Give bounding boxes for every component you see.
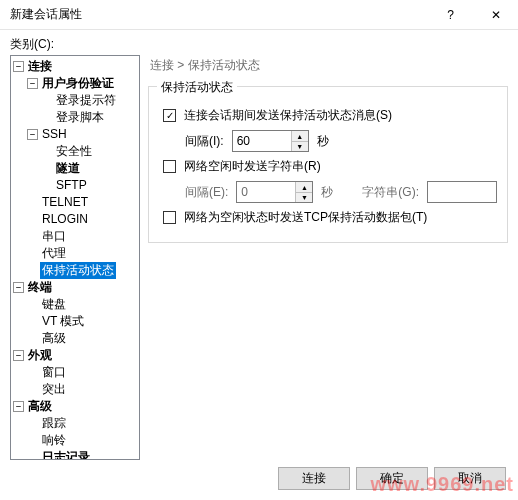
category-tree[interactable]: −连接 −用户身份验证 登录提示符 登录脚本 −SSH 安全性: [10, 55, 140, 460]
interval-i-spinner[interactable]: ▲▼: [232, 130, 309, 152]
tree-connection[interactable]: 连接: [26, 58, 54, 75]
tree-trace[interactable]: 跟踪: [40, 415, 68, 432]
cancel-button[interactable]: 取消: [434, 467, 506, 490]
category-label: 类别(C):: [10, 36, 508, 53]
tree-logon-script[interactable]: 登录脚本: [54, 109, 106, 126]
tcp-label: 网络为空闲状态时发送TCP保持活动数据包(T): [184, 209, 427, 226]
tree-terminal[interactable]: 终端: [26, 279, 54, 296]
tree-tunnel[interactable]: 隧道: [54, 160, 82, 177]
collapse-icon[interactable]: −: [13, 401, 24, 412]
collapse-icon[interactable]: −: [13, 282, 24, 293]
tree-sftp[interactable]: SFTP: [54, 177, 89, 194]
send-msg-label: 连接会话期间发送保持活动状态消息(S): [184, 107, 392, 124]
tree-ssh[interactable]: SSH: [40, 126, 69, 143]
send-str-checkbox[interactable]: [163, 160, 176, 173]
tree-security[interactable]: 安全性: [54, 143, 94, 160]
collapse-icon[interactable]: −: [13, 61, 24, 72]
tree-advanced-t[interactable]: 高级: [40, 330, 68, 347]
tree-telnet[interactable]: TELNET: [40, 194, 90, 211]
string-g-input: [427, 181, 497, 203]
interval-e-input: [237, 182, 295, 202]
interval-i-label: 间隔(I):: [185, 133, 224, 150]
tree-window[interactable]: 窗口: [40, 364, 68, 381]
help-icon: ?: [447, 8, 454, 22]
collapse-icon[interactable]: −: [27, 78, 38, 89]
spin-up-icon: ▲: [296, 182, 312, 192]
unit-sec: 秒: [317, 133, 329, 150]
tree-user-auth[interactable]: 用户身份验证: [40, 75, 116, 92]
dialog-footer: 连接 确定 取消: [278, 467, 506, 490]
interval-e-label: 间隔(E):: [185, 184, 228, 201]
collapse-icon[interactable]: −: [13, 350, 24, 361]
tree-keepalive[interactable]: 保持活动状态: [40, 262, 116, 279]
spin-up-icon[interactable]: ▲: [292, 131, 308, 141]
tree-keyboard[interactable]: 键盘: [40, 296, 68, 313]
tree-log[interactable]: 日志记录: [40, 449, 92, 460]
tree-appearance[interactable]: 外观: [26, 347, 54, 364]
help-button[interactable]: ?: [428, 0, 473, 30]
breadcrumb: 连接 > 保持活动状态: [148, 55, 508, 82]
connect-button[interactable]: 连接: [278, 467, 350, 490]
tree-bell[interactable]: 响铃: [40, 432, 68, 449]
tree-proxy[interactable]: 代理: [40, 245, 68, 262]
tree-logon-prompt[interactable]: 登录提示符: [54, 92, 118, 109]
send-str-label: 网络空闲时发送字符串(R): [184, 158, 321, 175]
close-icon: ✕: [491, 8, 501, 22]
titlebar: 新建会话属性 ? ✕: [0, 0, 518, 30]
interval-e-spinner: ▲▼: [236, 181, 313, 203]
tree-serial[interactable]: 串口: [40, 228, 68, 245]
window-title: 新建会话属性: [10, 6, 428, 23]
ok-button[interactable]: 确定: [356, 467, 428, 490]
tree-rlogin[interactable]: RLOGIN: [40, 211, 90, 228]
keepalive-group: 保持活动状态 连接会话期间发送保持活动状态消息(S) 间隔(I): ▲▼ 秒 网…: [148, 86, 508, 243]
tree-vt[interactable]: VT 模式: [40, 313, 86, 330]
group-legend: 保持活动状态: [157, 79, 237, 96]
string-g-label: 字符串(G):: [362, 184, 419, 201]
close-button[interactable]: ✕: [473, 0, 518, 30]
collapse-icon[interactable]: −: [27, 129, 38, 140]
spin-down-icon[interactable]: ▼: [292, 141, 308, 151]
tree-highlight[interactable]: 突出: [40, 381, 68, 398]
tree-advanced[interactable]: 高级: [26, 398, 54, 415]
interval-i-input[interactable]: [233, 131, 291, 151]
send-msg-checkbox[interactable]: [163, 109, 176, 122]
unit-sec: 秒: [321, 184, 333, 201]
spin-down-icon: ▼: [296, 192, 312, 202]
tcp-checkbox[interactable]: [163, 211, 176, 224]
